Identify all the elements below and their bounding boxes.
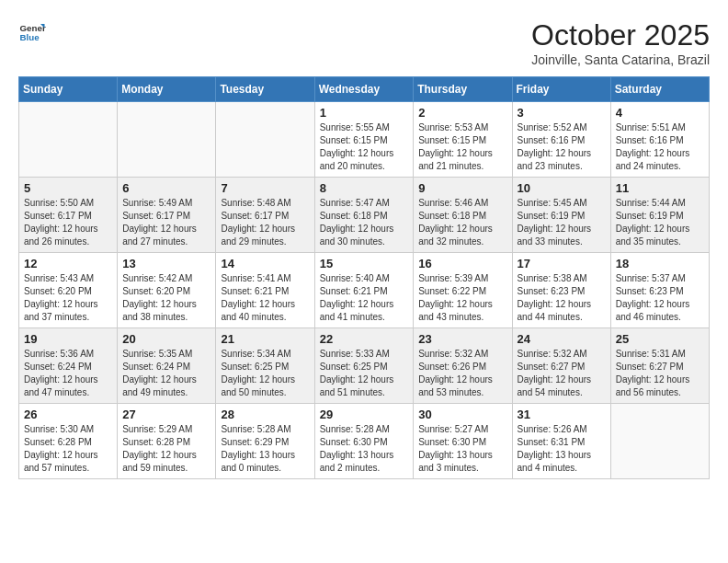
weekday-header-saturday: Saturday	[610, 77, 709, 102]
day-number: 23	[418, 332, 506, 346]
day-info: Sunrise: 5:48 AM Sunset: 6:17 PM Dayligh…	[221, 197, 309, 248]
day-number: 7	[221, 181, 309, 195]
calendar-cell: 4Sunrise: 5:51 AM Sunset: 6:16 PM Daylig…	[610, 102, 709, 178]
calendar-week-row: 5Sunrise: 5:50 AM Sunset: 6:17 PM Daylig…	[19, 178, 710, 253]
calendar-cell: 3Sunrise: 5:52 AM Sunset: 6:16 PM Daylig…	[512, 102, 610, 178]
day-number: 17	[518, 257, 606, 270]
calendar-cell: 16Sunrise: 5:39 AM Sunset: 6:22 PM Dayli…	[414, 253, 512, 328]
calendar-cell: 19Sunrise: 5:36 AM Sunset: 6:24 PM Dayli…	[19, 328, 118, 404]
day-info: Sunrise: 5:41 AM Sunset: 6:21 PM Dayligh…	[221, 272, 309, 324]
title-block: October 2025 Joinville, Santa Catarina, …	[531, 18, 710, 67]
day-number: 11	[616, 181, 704, 195]
day-info: Sunrise: 5:33 AM Sunset: 6:25 PM Dayligh…	[320, 348, 409, 399]
day-number: 9	[418, 181, 506, 195]
calendar-cell: 11Sunrise: 5:44 AM Sunset: 6:19 PM Dayli…	[610, 178, 709, 253]
day-info: Sunrise: 5:46 AM Sunset: 6:18 PM Dayligh…	[418, 197, 506, 248]
day-number: 31	[518, 408, 606, 421]
day-number: 3	[518, 106, 606, 120]
calendar-cell: 17Sunrise: 5:38 AM Sunset: 6:23 PM Dayli…	[512, 253, 610, 328]
calendar-cell: 29Sunrise: 5:28 AM Sunset: 6:30 PM Dayli…	[314, 404, 414, 479]
calendar-cell: 1Sunrise: 5:55 AM Sunset: 6:15 PM Daylig…	[314, 102, 414, 178]
day-number: 4	[616, 106, 704, 120]
day-info: Sunrise: 5:40 AM Sunset: 6:21 PM Dayligh…	[320, 272, 409, 324]
day-number: 5	[24, 181, 112, 195]
calendar-cell: 22Sunrise: 5:33 AM Sunset: 6:25 PM Dayli…	[314, 328, 414, 404]
calendar-cell: 6Sunrise: 5:49 AM Sunset: 6:17 PM Daylig…	[118, 178, 216, 253]
day-info: Sunrise: 5:50 AM Sunset: 6:17 PM Dayligh…	[24, 197, 112, 248]
day-info: Sunrise: 5:43 AM Sunset: 6:20 PM Dayligh…	[24, 272, 112, 324]
day-number: 12	[24, 257, 112, 270]
day-number: 2	[418, 106, 506, 120]
day-info: Sunrise: 5:30 AM Sunset: 6:28 PM Dayligh…	[24, 423, 112, 475]
calendar-cell: 7Sunrise: 5:48 AM Sunset: 6:17 PM Daylig…	[216, 178, 314, 253]
day-number: 20	[122, 332, 210, 346]
day-number: 27	[122, 408, 210, 421]
day-info: Sunrise: 5:53 AM Sunset: 6:15 PM Dayligh…	[418, 121, 506, 173]
svg-text:Blue: Blue	[20, 32, 40, 42]
day-number: 29	[320, 408, 409, 421]
location: Joinville, Santa Catarina, Brazil	[531, 52, 710, 67]
day-number: 14	[221, 257, 309, 270]
calendar-week-row: 19Sunrise: 5:36 AM Sunset: 6:24 PM Dayli…	[19, 328, 710, 404]
calendar-cell: 21Sunrise: 5:34 AM Sunset: 6:25 PM Dayli…	[216, 328, 314, 404]
page-header: General Blue October 2025 Joinville, San…	[18, 18, 710, 67]
day-info: Sunrise: 5:32 AM Sunset: 6:27 PM Dayligh…	[518, 348, 606, 399]
day-info: Sunrise: 5:38 AM Sunset: 6:23 PM Dayligh…	[518, 272, 606, 324]
day-info: Sunrise: 5:39 AM Sunset: 6:22 PM Dayligh…	[418, 272, 506, 324]
calendar-cell: 30Sunrise: 5:27 AM Sunset: 6:30 PM Dayli…	[414, 404, 512, 479]
calendar-cell: 13Sunrise: 5:42 AM Sunset: 6:20 PM Dayli…	[118, 253, 216, 328]
calendar-cell: 9Sunrise: 5:46 AM Sunset: 6:18 PM Daylig…	[414, 178, 512, 253]
calendar-cell: 8Sunrise: 5:47 AM Sunset: 6:18 PM Daylig…	[314, 178, 414, 253]
day-number: 24	[518, 332, 606, 346]
day-info: Sunrise: 5:28 AM Sunset: 6:30 PM Dayligh…	[320, 423, 409, 475]
calendar-week-row: 1Sunrise: 5:55 AM Sunset: 6:15 PM Daylig…	[19, 102, 710, 178]
day-info: Sunrise: 5:52 AM Sunset: 6:16 PM Dayligh…	[518, 121, 606, 173]
calendar-week-row: 26Sunrise: 5:30 AM Sunset: 6:28 PM Dayli…	[19, 404, 710, 479]
calendar-cell	[19, 102, 118, 178]
day-number: 28	[221, 408, 309, 421]
logo-icon: General Blue	[18, 18, 46, 46]
day-info: Sunrise: 5:27 AM Sunset: 6:30 PM Dayligh…	[418, 423, 506, 475]
day-number: 26	[24, 408, 112, 421]
weekday-header-row: SundayMondayTuesdayWednesdayThursdayFrid…	[19, 77, 710, 102]
day-number: 30	[418, 408, 506, 421]
calendar-cell: 12Sunrise: 5:43 AM Sunset: 6:20 PM Dayli…	[19, 253, 118, 328]
day-number: 22	[320, 332, 409, 346]
day-info: Sunrise: 5:26 AM Sunset: 6:31 PM Dayligh…	[518, 423, 606, 475]
day-info: Sunrise: 5:51 AM Sunset: 6:16 PM Dayligh…	[616, 121, 704, 173]
day-info: Sunrise: 5:29 AM Sunset: 6:28 PM Dayligh…	[122, 423, 210, 475]
day-number: 13	[122, 257, 210, 270]
weekday-header-wednesday: Wednesday	[314, 77, 414, 102]
day-info: Sunrise: 5:45 AM Sunset: 6:19 PM Dayligh…	[518, 197, 606, 248]
weekday-header-thursday: Thursday	[414, 77, 512, 102]
day-info: Sunrise: 5:35 AM Sunset: 6:24 PM Dayligh…	[122, 348, 210, 399]
weekday-header-friday: Friday	[512, 77, 610, 102]
calendar-cell	[118, 102, 216, 178]
day-info: Sunrise: 5:36 AM Sunset: 6:24 PM Dayligh…	[24, 348, 112, 399]
day-info: Sunrise: 5:42 AM Sunset: 6:20 PM Dayligh…	[122, 272, 210, 324]
calendar-cell: 15Sunrise: 5:40 AM Sunset: 6:21 PM Dayli…	[314, 253, 414, 328]
day-info: Sunrise: 5:28 AM Sunset: 6:29 PM Dayligh…	[221, 423, 309, 475]
weekday-header-tuesday: Tuesday	[216, 77, 314, 102]
calendar-cell: 23Sunrise: 5:32 AM Sunset: 6:26 PM Dayli…	[414, 328, 512, 404]
calendar-table: SundayMondayTuesdayWednesdayThursdayFrid…	[18, 76, 710, 479]
calendar-cell	[216, 102, 314, 178]
month-title: October 2025	[531, 18, 710, 52]
calendar-cell: 26Sunrise: 5:30 AM Sunset: 6:28 PM Dayli…	[19, 404, 118, 479]
day-info: Sunrise: 5:47 AM Sunset: 6:18 PM Dayligh…	[320, 197, 409, 248]
day-number: 8	[320, 181, 409, 195]
day-number: 15	[320, 257, 409, 270]
logo: General Blue	[18, 18, 46, 46]
calendar-week-row: 12Sunrise: 5:43 AM Sunset: 6:20 PM Dayli…	[19, 253, 710, 328]
calendar-cell: 28Sunrise: 5:28 AM Sunset: 6:29 PM Dayli…	[216, 404, 314, 479]
calendar-cell	[610, 404, 709, 479]
calendar-cell: 27Sunrise: 5:29 AM Sunset: 6:28 PM Dayli…	[118, 404, 216, 479]
weekday-header-monday: Monday	[118, 77, 216, 102]
day-info: Sunrise: 5:34 AM Sunset: 6:25 PM Dayligh…	[221, 348, 309, 399]
day-number: 18	[616, 257, 704, 270]
day-number: 16	[418, 257, 506, 270]
calendar-cell: 24Sunrise: 5:32 AM Sunset: 6:27 PM Dayli…	[512, 328, 610, 404]
calendar-cell: 20Sunrise: 5:35 AM Sunset: 6:24 PM Dayli…	[118, 328, 216, 404]
calendar-cell: 18Sunrise: 5:37 AM Sunset: 6:23 PM Dayli…	[610, 253, 709, 328]
calendar-cell: 5Sunrise: 5:50 AM Sunset: 6:17 PM Daylig…	[19, 178, 118, 253]
